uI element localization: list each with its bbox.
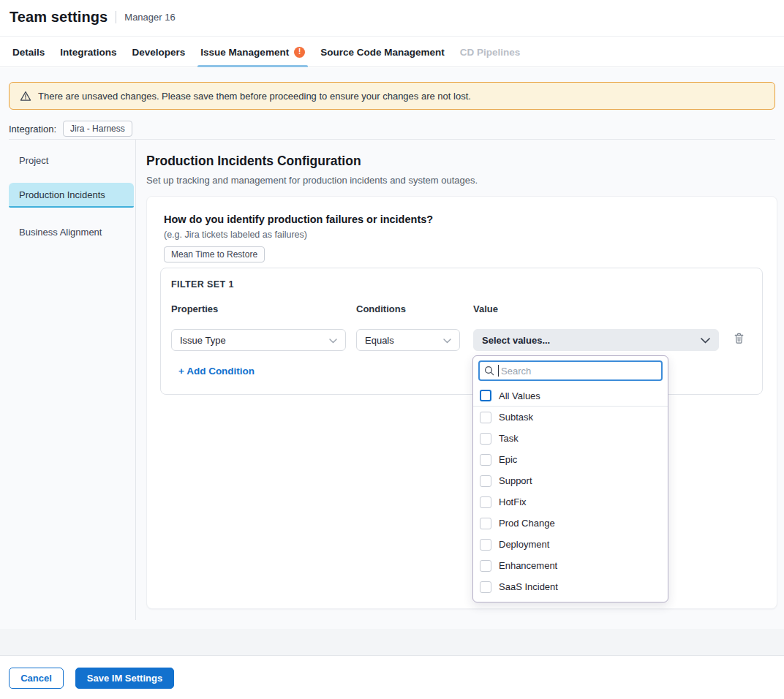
team-settings-page: Team settings Manager 16 Details Integra…	[0, 0, 784, 699]
conditions-column-label: Conditions	[356, 303, 406, 314]
metric-chip[interactable]: Mean Time to Restore	[164, 246, 265, 262]
tab-issue-management[interactable]: Issue Management !	[200, 37, 305, 67]
checkbox[interactable]	[480, 475, 491, 487]
checkbox[interactable]	[480, 560, 491, 572]
chevron-down-icon	[329, 335, 337, 346]
sidebar-item-project[interactable]: Project	[9, 149, 134, 171]
search-icon	[484, 366, 494, 379]
title-separator	[116, 11, 116, 23]
dropdown-search	[478, 360, 663, 381]
page-header: Team settings Manager 16	[0, 0, 784, 37]
tab-source-code-management[interactable]: Source Code Management	[320, 37, 445, 67]
checkbox[interactable]	[480, 581, 491, 593]
tab-developers[interactable]: Developers	[132, 37, 186, 67]
trash-icon	[734, 332, 745, 347]
sidebar-item-production-incidents[interactable]: Production Incidents	[9, 183, 134, 208]
integration-label: Integration:	[9, 124, 56, 135]
checkbox[interactable]	[480, 454, 491, 466]
chevron-down-icon	[701, 335, 710, 346]
checkbox[interactable]	[480, 433, 491, 445]
cancel-button[interactable]: Cancel	[9, 668, 64, 689]
page-title: Team settings	[10, 9, 108, 26]
option-saas-incident[interactable]: SaaS Incident	[473, 576, 668, 597]
sidebar-item-business-alignment[interactable]: Business Alignment	[9, 221, 134, 243]
config-hint: (e.g. Jira tickets labeled as failures)	[164, 230, 307, 240]
option-enhancement[interactable]: Enhancement	[473, 555, 668, 576]
checkbox[interactable]	[480, 496, 491, 508]
config-question: How do you identify production failures …	[164, 214, 433, 225]
footer-band	[0, 629, 784, 656]
team-name-label: Manager 16	[124, 12, 175, 23]
filter-set-title: FILTER SET 1	[171, 279, 234, 290]
tab-cd-pipelines: CD Pipelines	[460, 37, 521, 67]
section-subtitle: Set up tracking and management for produ…	[146, 175, 478, 186]
delete-filter-button[interactable]	[732, 333, 745, 346]
section-title: Production Incidents Configuration	[146, 154, 361, 169]
tab-bar: Details Integrations Developers Issue Ma…	[0, 37, 784, 67]
checkbox[interactable]	[480, 539, 491, 551]
checkbox[interactable]	[480, 602, 491, 603]
property-select[interactable]: Issue Type	[171, 329, 346, 351]
search-input[interactable]	[478, 360, 663, 381]
option-subtask[interactable]: Subtask	[473, 407, 668, 428]
value-select[interactable]: Select values...	[473, 329, 719, 351]
horizontal-divider	[9, 139, 775, 140]
checkbox[interactable]	[480, 412, 491, 423]
unsaved-changes-text: There are unsaved changes. Please save t…	[38, 91, 471, 102]
option-support[interactable]: Support	[473, 470, 668, 491]
option-customer-notification[interactable]: Customer Notification	[473, 597, 668, 602]
all-values-checkbox[interactable]	[480, 390, 491, 401]
option-prod-change[interactable]: Prod Change	[473, 513, 668, 534]
option-task[interactable]: Task	[473, 428, 668, 449]
checkbox[interactable]	[480, 518, 491, 529]
option-hotfix[interactable]: HotFix	[473, 491, 668, 513]
value-column-label: Value	[473, 303, 498, 314]
unsaved-changes-badge-icon: !	[294, 47, 305, 58]
integration-chip[interactable]: Jira - Harness	[63, 121, 132, 137]
integration-row: Integration: Jira - Harness	[9, 121, 132, 137]
select-all-option[interactable]: All Values	[473, 385, 668, 406]
warning-triangle-icon	[20, 91, 31, 102]
sidebar-divider	[135, 140, 136, 620]
unsaved-changes-banner: There are unsaved changes. Please save t…	[9, 82, 775, 110]
tab-details[interactable]: Details	[12, 37, 45, 67]
option-epic[interactable]: Epic	[473, 449, 668, 470]
condition-select[interactable]: Equals	[356, 329, 460, 351]
add-condition-button[interactable]: + Add Condition	[178, 366, 255, 377]
option-deployment[interactable]: Deployment	[473, 534, 668, 555]
save-im-settings-button[interactable]: Save IM Settings	[75, 668, 174, 689]
properties-column-label: Properties	[171, 303, 218, 314]
value-dropdown-panel: All Values Subtask Task Epic Support Hot…	[472, 355, 668, 602]
tab-integrations[interactable]: Integrations	[60, 37, 116, 67]
text-cursor	[498, 365, 499, 377]
chevron-down-icon	[443, 335, 451, 346]
